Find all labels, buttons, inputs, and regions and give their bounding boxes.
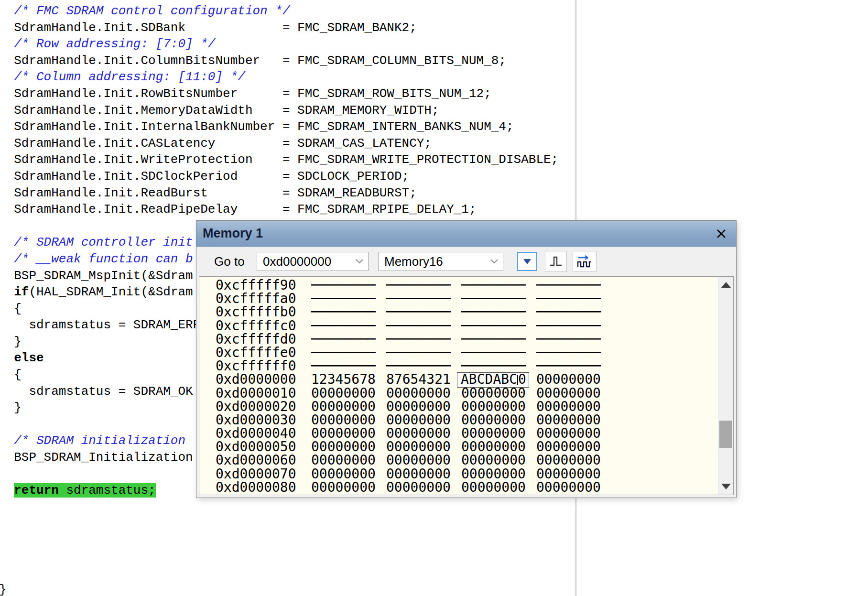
memory-value-cell[interactable]: ──────── — [311, 279, 386, 292]
memory-value-cell[interactable]: ──────── — [311, 346, 386, 359]
memory-value-cell[interactable]: ──────── — [386, 346, 461, 359]
memory-value-cell[interactable]: 00000000 — [311, 413, 386, 427]
memory-address: 0xd0000060 — [199, 454, 311, 467]
memory-value-cell[interactable]: ──────── — [461, 305, 536, 319]
memory-value-cell[interactable]: 00000000 — [311, 400, 386, 413]
memory-value-cell[interactable]: 00000000 — [536, 427, 611, 440]
memory-value-cell[interactable]: 00000000 — [461, 413, 536, 427]
memory-value-cell[interactable]: 00000000 — [461, 454, 536, 467]
memory-value-cell[interactable]: 00000000 — [536, 373, 611, 386]
code-segment: SdramHandle.Init.WriteProtection = FMC_S… — [0, 152, 558, 167]
square-wave-arrow-icon — [576, 254, 593, 269]
memory-value-cell[interactable]: 00000000 — [536, 440, 611, 454]
scrollbar-down-button[interactable] — [718, 478, 733, 495]
memory-row: 0xd0000070000000000000000000000000000000… — [199, 467, 611, 481]
chevron-down-icon[interactable] — [486, 259, 503, 264]
memory-value-cell[interactable]: 00000000 — [311, 427, 386, 440]
memory-value-cell[interactable]: ──────── — [461, 346, 536, 359]
code-segment: SdramHandle.Init.InternalBankNumber = FM… — [0, 119, 514, 134]
memory-value-cell[interactable]: 00000000 — [386, 467, 461, 481]
memory-value-cell[interactable]: ──────── — [386, 292, 461, 305]
memory-value-cell[interactable]: 87654321 — [386, 373, 461, 386]
goto-address-combobox[interactable]: 0xd0000000 — [257, 252, 369, 271]
memory-value-cell[interactable]: 00000000 — [461, 440, 536, 454]
close-icon[interactable] — [714, 227, 728, 241]
code-segment: sdramstatus = SDRAM_ERR — [0, 318, 200, 332]
memory-value-cell[interactable]: ──────── — [386, 305, 461, 319]
memory-value-cell[interactable]: ──────── — [536, 319, 611, 333]
memory-zone-combobox[interactable]: Memory16 — [378, 252, 503, 271]
memory-row: 0xcfffffd0──────────────────────────────… — [199, 333, 611, 346]
code-segment: /* FMC SDRAM control configuration */ — [0, 4, 290, 18]
memory-value-cell[interactable]: 00000000 — [386, 427, 461, 440]
memory-value-cell[interactable]: 00000000 — [311, 387, 386, 400]
memory-value-cell[interactable]: ──────── — [461, 333, 536, 346]
memory-value-cell[interactable]: ──────── — [536, 279, 611, 292]
memory-value-cell[interactable]: 00000000 — [461, 467, 536, 481]
memory-value-cell[interactable]: 00000000 — [536, 481, 611, 494]
memory-value-cell[interactable]: ──────── — [536, 359, 611, 373]
memory-scrollbar[interactable] — [718, 277, 733, 495]
memory-value-cell[interactable]: ──────── — [461, 292, 536, 305]
scrollbar-thumb[interactable] — [719, 421, 732, 448]
code-segment: SdramHandle.Init.ReadBurst = SDRAM_READB… — [0, 186, 417, 200]
memory-value-cell[interactable]: 00000000 — [386, 400, 461, 413]
memory-value-cell[interactable]: 12345678 — [311, 373, 386, 386]
memory-value-cell[interactable]: 00000000 — [536, 413, 611, 427]
memory-value-cell[interactable]: ──────── — [386, 359, 461, 373]
memory-value-cell[interactable]: ──────── — [461, 279, 536, 292]
memory-value-cell[interactable]: 00000000 — [536, 387, 611, 400]
live-update-button[interactable] — [573, 251, 597, 272]
code-line — [0, 532, 558, 549]
code-line: SdramHandle.Init.ColumnBitsNumber = FMC_… — [0, 53, 558, 69]
format-dropdown-button[interactable] — [517, 252, 537, 271]
memory-value-cell[interactable]: 00000000 — [311, 467, 386, 481]
chevron-down-icon[interactable] — [351, 259, 368, 264]
memory-value-cell[interactable]: ──────── — [386, 319, 461, 333]
memory-value-cell[interactable]: 00000000 — [386, 413, 461, 427]
memory-value-cell[interactable]: 00000000 — [311, 481, 386, 494]
single-pulse-waveform-icon — [549, 255, 563, 268]
memory-value-cell[interactable]: 00000000 — [461, 427, 536, 440]
memory-value-cell[interactable]: 00000000 — [461, 481, 536, 494]
memory-value-cell[interactable]: ──────── — [461, 319, 536, 333]
memory-value-cell[interactable]: 00000000 — [536, 400, 611, 413]
code-line: SdramHandle.Init.SDBank = FMC_SDRAM_BANK… — [0, 20, 558, 36]
memory-value-cell[interactable]: 00000000 — [536, 454, 611, 467]
memory-value-cell[interactable]: ──────── — [311, 305, 386, 319]
memory-value-cell[interactable]: 00000000 — [311, 440, 386, 454]
memory-value-cell[interactable]: 00000000 — [536, 467, 611, 481]
memory-value-cell[interactable]: ──────── — [536, 346, 611, 359]
memory-value-cell[interactable]: 00000000 — [311, 454, 386, 467]
memory-value-cell[interactable]: ──────── — [311, 319, 386, 333]
memory-value-cell[interactable]: 00000000 — [386, 387, 461, 400]
memory-row: 0xcfffffc0──────────────────────────────… — [199, 319, 611, 333]
code-segment: sdramstatus = SDRAM_OK — [0, 384, 193, 399]
memory-value-cell[interactable]: 00000000 — [461, 387, 536, 400]
memory-value-cell[interactable]: ──────── — [536, 333, 611, 346]
memory-toolbar: Go to 0xd0000000 Memory16 — [196, 247, 736, 276]
memory-value-cell[interactable]: ──────── — [536, 292, 611, 305]
code-segment — [0, 483, 14, 498]
memory-value-cell[interactable]: 00000000 — [386, 481, 461, 494]
scrollbar-up-button[interactable] — [718, 277, 733, 293]
execution-highlight: sdramstatus; — [59, 483, 156, 498]
memory-row: 0xd0000040000000000000000000000000000000… — [199, 427, 611, 440]
memory-address: 0xd0000050 — [199, 440, 311, 454]
memory-address: 0xd0000080 — [199, 481, 311, 494]
update-now-button[interactable] — [545, 251, 567, 272]
memory-value-cell[interactable]: 00000000 — [386, 440, 461, 454]
memory-content[interactable]: 0xcfffff90──────────────────────────────… — [199, 276, 734, 495]
code-segment: SdramHandle.Init.MemoryDataWidth = SDRAM… — [0, 103, 439, 118]
memory-value-cell[interactable]: ──────── — [311, 292, 386, 305]
memory-value-cell[interactable]: 00000000 — [461, 400, 536, 413]
memory-window-titlebar[interactable]: Memory 1 — [196, 221, 736, 247]
memory-value-cell[interactable]: ──────── — [536, 305, 611, 319]
memory-value-cell[interactable]: ──────── — [311, 359, 386, 373]
memory-value-cell[interactable]: 00000000 — [386, 454, 461, 467]
memory-value-cell[interactable]: ──────── — [311, 333, 386, 346]
memory-value-cell[interactable]: ──────── — [386, 333, 461, 346]
memory-value-cell[interactable]: ──────── — [461, 359, 536, 373]
memory-value-cell[interactable]: ──────── — [386, 279, 461, 292]
memory-row: 0xcfffffe0──────────────────────────────… — [199, 346, 611, 359]
